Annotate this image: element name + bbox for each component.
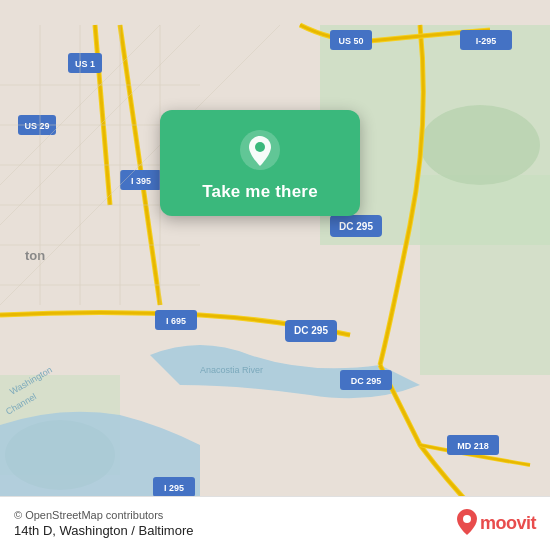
svg-point-3 [420,105,540,185]
svg-text:I 295: I 295 [164,483,184,493]
svg-text:DC 295: DC 295 [339,221,373,232]
svg-rect-2 [420,175,550,375]
svg-text:I-295: I-295 [476,36,497,46]
svg-text:I 395: I 395 [131,176,151,186]
svg-text:MD 218: MD 218 [457,441,489,451]
svg-text:US 1: US 1 [75,59,95,69]
svg-text:Anacostia River: Anacostia River [200,365,263,375]
location-pin-icon [238,128,282,172]
svg-text:I 695: I 695 [166,316,186,326]
moovit-pin-icon [457,509,477,539]
moovit-logo-text: moovit [480,513,536,534]
bottom-bar: © OpenStreetMap contributors 14th D, Was… [0,496,550,550]
map-background: DC 295 DC 295 I 695 US 1 US 50 I-295 DC … [0,0,550,550]
bottom-left-info: © OpenStreetMap contributors 14th D, Was… [14,509,193,538]
svg-text:DC 295: DC 295 [294,325,328,336]
location-title: 14th D, Washington / Baltimore [14,523,193,538]
svg-point-51 [463,515,471,523]
svg-text:US 50: US 50 [338,36,363,46]
take-me-there-card[interactable]: Take me there [160,110,360,216]
svg-text:ton: ton [25,248,45,263]
attribution-text: © OpenStreetMap contributors [14,509,193,521]
take-me-there-label: Take me there [202,182,318,202]
svg-text:US 29: US 29 [24,121,49,131]
moovit-logo: moovit [457,509,536,539]
map-container: DC 295 DC 295 I 695 US 1 US 50 I-295 DC … [0,0,550,550]
svg-point-50 [255,142,265,152]
svg-text:DC 295: DC 295 [351,376,382,386]
